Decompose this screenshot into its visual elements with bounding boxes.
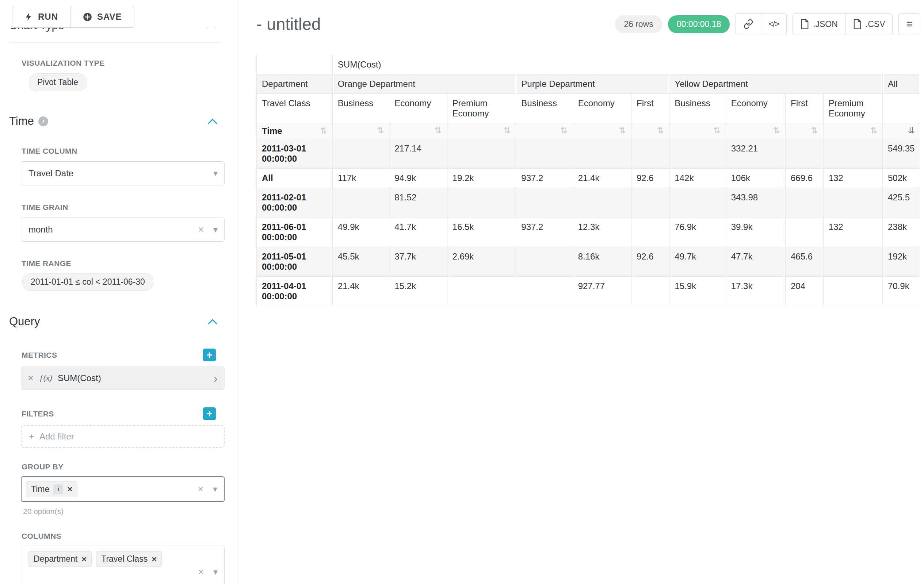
run-button[interactable]: RUN bbox=[12, 6, 71, 28]
table-cell bbox=[823, 247, 883, 277]
save-button[interactable]: SAVE bbox=[71, 6, 134, 28]
table-cell bbox=[823, 139, 883, 169]
chevron-up-icon[interactable] bbox=[208, 319, 217, 324]
add-filter-plus-icon[interactable]: + bbox=[203, 407, 216, 420]
more-options-button[interactable]: ≡ bbox=[899, 13, 920, 35]
embed-code-button[interactable]: </> bbox=[761, 13, 786, 35]
add-filter-label: Add filter bbox=[40, 431, 74, 442]
table-cell: 41.7k bbox=[389, 217, 447, 247]
time-header-inner: Time⇅ bbox=[262, 126, 327, 136]
table-cell: 192k bbox=[883, 247, 920, 277]
remove-pill-icon[interactable]: × bbox=[81, 555, 87, 564]
chevron-up-icon[interactable] bbox=[206, 28, 216, 28]
table-cell: 937.2 bbox=[516, 169, 573, 188]
remove-pill-icon[interactable]: × bbox=[152, 555, 157, 564]
remove-pill-icon[interactable]: × bbox=[67, 485, 72, 494]
info-icon: i bbox=[53, 484, 63, 494]
control-panel: RUN SAVE Chart Type VISUALIZA bbox=[0, 0, 238, 584]
share-button-group: </> bbox=[736, 13, 787, 35]
columns-select[interactable]: Department×Travel Class× × ▾ bbox=[21, 546, 224, 584]
export-csv-button[interactable]: .CSV bbox=[845, 13, 893, 35]
table-cell: 12.3k bbox=[573, 217, 632, 247]
export-json-button[interactable]: .JSON bbox=[793, 13, 845, 35]
pivot-table-wrap: SUM(Cost)DepartmentOrange DepartmentPurp… bbox=[256, 55, 920, 306]
sort-icon[interactable]: ⇅ bbox=[870, 126, 877, 135]
table-cell bbox=[670, 188, 726, 217]
chart-header-actions: 26 rows 00:00:00.18 </> bbox=[615, 13, 920, 35]
time-section-heading: Time bbox=[9, 115, 34, 128]
file-csv-icon bbox=[853, 19, 861, 29]
table-cell bbox=[823, 188, 883, 217]
time-column-select[interactable]: Travel Date ▾ bbox=[21, 161, 224, 186]
table-cell: 217.14 bbox=[389, 139, 447, 169]
chevron-right-icon[interactable]: › bbox=[214, 372, 218, 384]
chart-title: - untitled bbox=[256, 14, 321, 34]
selected-option-pill[interactable]: Timei× bbox=[26, 482, 78, 497]
table-cell: 92.6 bbox=[632, 247, 670, 277]
visualization-type-chip[interactable]: Pivot Table bbox=[29, 73, 87, 91]
table-cell: 132 bbox=[823, 217, 883, 247]
caret-down-icon: ▾ bbox=[213, 567, 218, 577]
group-by-select[interactable]: Timei× × ▾ bbox=[21, 476, 224, 502]
table-row: 2011-02-01 00:00:0081.52343.98425.5 bbox=[256, 188, 920, 217]
table-cell: 937.2 bbox=[516, 217, 573, 247]
table-cell: 132 bbox=[823, 169, 883, 188]
table-cell: 21.4k bbox=[333, 277, 389, 306]
caret-down-icon: ▾ bbox=[213, 168, 218, 178]
table-cell bbox=[516, 188, 573, 217]
metric-option[interactable]: × ƒ(x) SUM(Cost) › bbox=[21, 367, 224, 390]
clear-icon[interactable]: × bbox=[198, 484, 203, 495]
fx-icon: ƒ(x) bbox=[39, 374, 52, 383]
time-column-label: TIME COLUMN bbox=[21, 147, 221, 155]
sort-icon[interactable]: ⇅ bbox=[435, 126, 442, 135]
sort-cell: ⇅ bbox=[632, 123, 670, 139]
pill-label: Department bbox=[34, 554, 78, 564]
group-by-options-hint: 20 option(s) bbox=[23, 507, 221, 516]
selected-option-pill[interactable]: Department× bbox=[28, 551, 92, 567]
clear-icon[interactable]: × bbox=[198, 224, 204, 235]
sort-icon[interactable]: ⇅ bbox=[504, 126, 511, 135]
run-button-label: RUN bbox=[38, 12, 58, 22]
table-cell: 15.9k bbox=[670, 277, 726, 306]
corner-cell bbox=[256, 55, 333, 74]
time-range-chip[interactable]: 2011-01-01 ≤ col < 2011-06-30 bbox=[22, 273, 153, 291]
time-grain-select[interactable]: month × ▾ bbox=[21, 217, 224, 242]
department-axis-label: Department bbox=[256, 74, 333, 94]
table-cell bbox=[447, 277, 516, 306]
add-metric-icon[interactable]: + bbox=[203, 349, 216, 361]
table-cell: 549.35 bbox=[883, 139, 920, 169]
add-filter-button[interactable]: + Add filter bbox=[21, 425, 224, 448]
remove-metric-icon[interactable]: × bbox=[28, 373, 34, 384]
table-cell: 94.9k bbox=[389, 169, 447, 188]
table-cell bbox=[516, 139, 573, 169]
clear-icon[interactable]: × bbox=[198, 566, 204, 577]
sort-icon[interactable]: ⇅ bbox=[560, 126, 567, 135]
department-group-header: Yellow Department bbox=[670, 74, 883, 94]
all-subheader-blank bbox=[883, 94, 920, 123]
sort-icon[interactable]: ⇅ bbox=[377, 126, 384, 135]
selected-option-pill[interactable]: Travel Class× bbox=[96, 551, 162, 567]
metric-header: SUM(Cost) bbox=[333, 55, 920, 74]
sort-icon-active[interactable]: ⇊ bbox=[908, 126, 915, 135]
export-csv-label: .CSV bbox=[866, 19, 885, 29]
visualization-type-label: VISUALIZATION TYPE bbox=[21, 59, 221, 67]
chevron-up-icon[interactable] bbox=[208, 118, 217, 124]
sort-icon[interactable]: ⇅ bbox=[811, 126, 818, 135]
chart-header: - untitled 26 rows 00:00:00.18 </> bbox=[256, 13, 920, 35]
divider bbox=[9, 42, 221, 43]
sort-icon[interactable]: ⇅ bbox=[657, 126, 664, 135]
sort-icon[interactable]: ⇅ bbox=[320, 126, 327, 135]
table-row: 2011-04-01 00:00:0021.4k15.2k927.7715.9k… bbox=[256, 277, 920, 306]
sort-cell: ⇅ bbox=[389, 123, 447, 139]
copy-link-button[interactable] bbox=[736, 13, 761, 35]
table-row: 2011-03-01 00:00:00217.14332.21549.35 bbox=[256, 139, 920, 169]
sort-icon[interactable]: ⇅ bbox=[773, 126, 780, 135]
sort-icon[interactable]: ⇅ bbox=[619, 126, 626, 135]
columns-pills: Department×Travel Class× bbox=[28, 551, 166, 567]
sort-icon[interactable]: ⇅ bbox=[713, 126, 720, 135]
row-header: 2011-06-01 00:00:00 bbox=[256, 217, 333, 247]
table-cell bbox=[632, 217, 670, 247]
sort-cell: ⇅ bbox=[823, 123, 883, 139]
filters-label-row: FILTERS + bbox=[9, 407, 216, 420]
travel-class-header: Business bbox=[516, 94, 573, 123]
